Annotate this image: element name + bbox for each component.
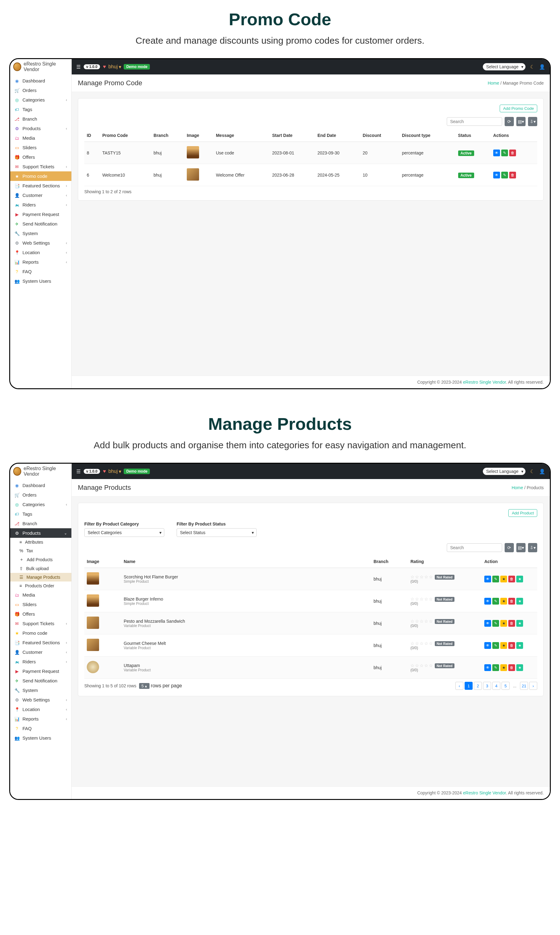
sidebar-item-customer[interactable]: 👤Customer‹ — [10, 191, 71, 200]
sub-tax[interactable]: %Tax — [10, 546, 71, 555]
moon-icon[interactable]: ☾ — [530, 64, 534, 70]
sidebar-item-dashboard[interactable]: ◉Dashboard — [10, 76, 71, 86]
edit-button[interactable]: ✎ — [492, 642, 499, 649]
sub-attributes[interactable]: ≡Attributes — [10, 538, 71, 546]
sidebar-item-riders[interactable]: 🏍Riders‹ — [10, 200, 71, 209]
view-button[interactable]: 👁 — [484, 642, 491, 649]
col-branch[interactable]: Branch — [371, 555, 408, 568]
export-icon[interactable]: ⇩▾ — [528, 117, 537, 126]
extra-button[interactable]: ★ — [516, 598, 523, 604]
view-button[interactable]: 👁 — [484, 598, 491, 604]
col-id[interactable]: ID — [84, 129, 100, 142]
col-status[interactable]: Status — [456, 129, 491, 142]
branch-dropdown[interactable]: bhuj ▾ — [108, 64, 121, 70]
sidebar-item-payment[interactable]: ▶Payment Request — [10, 209, 71, 219]
edit-button[interactable]: ✎ — [492, 620, 499, 627]
page-prev[interactable]: ‹ — [455, 682, 463, 690]
sidebar-item-branch[interactable]: ⎇Branch — [10, 519, 71, 528]
sidebar-item-branch[interactable]: ⎇Branch — [10, 114, 71, 124]
sidebar-item-system-users[interactable]: 👥System Users — [10, 276, 71, 286]
delete-button[interactable]: 🗑 — [509, 172, 516, 178]
search-input[interactable] — [447, 117, 502, 126]
heart-icon[interactable]: ♥ — [103, 64, 106, 69]
sidebar-item-web-settings[interactable]: ⚙Web Settings‹ — [10, 238, 71, 248]
page-next[interactable]: › — [529, 682, 537, 690]
sidebar-item-support[interactable]: ✉Support Tickets‹ — [10, 162, 71, 171]
page-1[interactable]: 1 — [465, 682, 472, 690]
rate-button[interactable]: ★ — [500, 620, 507, 627]
delete-button[interactable]: 🗑 — [508, 576, 515, 583]
filter-status-select[interactable]: Select Status▾ — [177, 528, 257, 537]
sidebar-item-payment[interactable]: ▶Payment Request — [10, 666, 71, 676]
delete-button[interactable]: 🗑 — [508, 664, 515, 671]
rate-button[interactable]: ★ — [500, 598, 507, 604]
col-image[interactable]: Image — [84, 555, 121, 568]
col-type[interactable]: Discount type — [399, 129, 455, 142]
page-4[interactable]: 4 — [492, 682, 500, 690]
sub-products-order[interactable]: ≡Products Order — [10, 581, 71, 590]
rate-button[interactable]: ★ — [500, 642, 507, 649]
breadcrumb-home[interactable]: Home — [512, 485, 523, 490]
sidebar-item-promo-code[interactable]: ★Promo code — [10, 171, 71, 181]
sidebar-item-faq[interactable]: ?FAQ — [10, 724, 71, 733]
sidebar-item-location[interactable]: 📍Location‹ — [10, 248, 71, 257]
extra-button[interactable]: ★ — [516, 664, 523, 671]
delete-button[interactable]: 🗑 — [508, 642, 515, 649]
sidebar-item-featured[interactable]: 📑Featured Sections‹ — [10, 638, 71, 647]
col-actions[interactable]: Actions — [491, 129, 537, 142]
view-button[interactable]: 👁 — [493, 172, 500, 178]
page-5[interactable]: 5 — [502, 682, 509, 690]
sidebar-item-sliders[interactable]: ▭Sliders — [10, 143, 71, 152]
sidebar-item-tags[interactable]: 🏷Tags — [10, 509, 71, 519]
edit-button[interactable]: ✎ — [501, 172, 508, 178]
sub-add-products[interactable]: ＋Add Products — [10, 555, 71, 564]
extra-button[interactable]: ★ — [516, 576, 523, 583]
sidebar-item-location[interactable]: 📍Location‹ — [10, 704, 71, 714]
sidebar-item-products[interactable]: ⚙Products⌄ — [10, 528, 71, 538]
hamburger-icon[interactable]: ☰ — [76, 64, 81, 70]
sidebar-item-send-notif[interactable]: ✈Send Notification — [10, 219, 71, 229]
refresh-icon[interactable]: ⟳ — [505, 543, 514, 552]
sidebar-item-reports[interactable]: 📊Reports‹ — [10, 714, 71, 724]
page-3[interactable]: 3 — [483, 682, 491, 690]
hamburger-icon[interactable]: ☰ — [76, 469, 81, 474]
view-button[interactable]: 👁 — [484, 576, 491, 583]
view-button[interactable]: 👁 — [493, 149, 500, 156]
col-rating[interactable]: Rating — [408, 555, 482, 568]
sidebar-item-offers[interactable]: 🎁Offers — [10, 152, 71, 162]
col-discount[interactable]: Discount — [360, 129, 399, 142]
add-product-button[interactable]: Add Product — [508, 509, 537, 517]
sidebar-item-faq[interactable]: ?FAQ — [10, 267, 71, 276]
col-action[interactable]: Action — [482, 555, 537, 568]
delete-button[interactable]: 🗑 — [508, 598, 515, 604]
filter-category-select[interactable]: Select Categories▾ — [84, 528, 164, 537]
search-input[interactable] — [447, 543, 502, 552]
user-icon[interactable]: 👤 — [539, 64, 545, 70]
refresh-icon[interactable]: ⟳ — [505, 117, 514, 126]
edit-button[interactable]: ✎ — [492, 576, 499, 583]
language-select[interactable]: Select Language ▾ — [483, 63, 526, 71]
sidebar-item-system[interactable]: 🔧System — [10, 229, 71, 238]
extra-button[interactable]: ★ — [516, 620, 523, 627]
breadcrumb-home[interactable]: Home — [488, 81, 499, 86]
sidebar-item-media[interactable]: 🗂Media — [10, 133, 71, 143]
columns-icon[interactable]: ▤▾ — [516, 543, 526, 552]
sidebar-item-system[interactable]: 🔧System — [10, 686, 71, 695]
sidebar-item-featured[interactable]: 📑Featured Sections‹ — [10, 181, 71, 191]
export-icon[interactable]: ⇩▾ — [528, 543, 537, 552]
columns-icon[interactable]: ▤▾ — [516, 117, 526, 126]
view-button[interactable]: 👁 — [484, 664, 491, 671]
branch-dropdown[interactable]: bhuj ▾ — [108, 469, 121, 474]
sidebar-item-system-users[interactable]: 👥System Users — [10, 733, 71, 743]
sidebar-item-categories[interactable]: ◎Categories‹ — [10, 95, 71, 105]
rows-per-page-select[interactable]: 5 ▴ — [139, 683, 149, 689]
rate-button[interactable]: ★ — [500, 664, 507, 671]
heart-icon[interactable]: ♥ — [103, 469, 106, 474]
edit-button[interactable]: ✎ — [492, 664, 499, 671]
sidebar-item-orders[interactable]: 🛒Orders — [10, 490, 71, 500]
col-end[interactable]: End Date — [315, 129, 360, 142]
sidebar-item-web-settings[interactable]: ⚙Web Settings‹ — [10, 695, 71, 704]
col-image[interactable]: Image — [184, 129, 214, 142]
sidebar-item-media[interactable]: 🗂Media — [10, 590, 71, 600]
col-start[interactable]: Start Date — [270, 129, 315, 142]
